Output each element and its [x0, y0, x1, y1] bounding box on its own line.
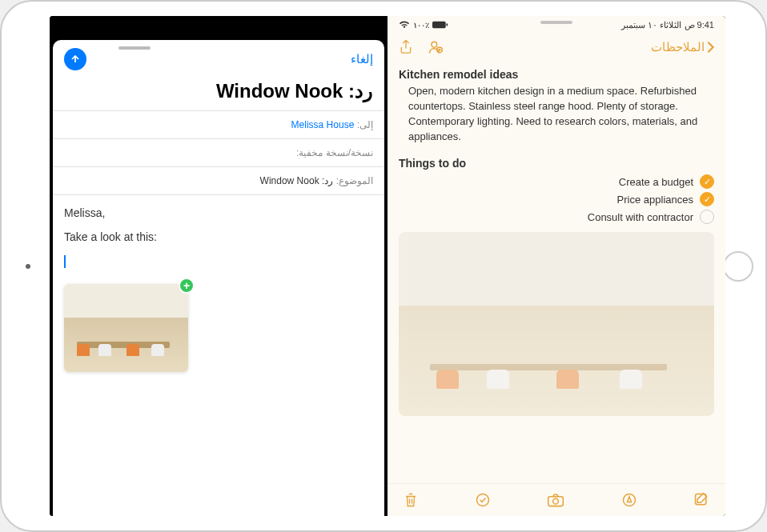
add-attachment-badge[interactable]: + — [179, 278, 195, 294]
camera-icon[interactable] — [547, 492, 564, 508]
delete-icon[interactable] — [404, 492, 418, 508]
notes-app-panel: 9:41 ص الثلاثاء ١٠ سبتمبر ١٠٠٪ — [388, 16, 725, 516]
screen: إلغاء رد: Window Nook إلى: Melissa House… — [50, 16, 725, 516]
status-time-date: 9:41 ص الثلاثاء ١٠ سبتمبر — [621, 20, 714, 30]
compose-sheet: إلغاء رد: Window Nook إلى: Melissa House… — [53, 40, 384, 516]
compose-body[interactable]: Melissa, Take a look at this: + — [53, 195, 384, 516]
subject-value: رد: Window Nook — [260, 175, 334, 186]
todo-label: Price appliances — [617, 194, 693, 206]
subject-field[interactable]: الموضوع: رد: Window Nook — [53, 166, 384, 195]
note-attached-image[interactable] — [399, 232, 714, 416]
status-bar: 9:41 ص الثلاثاء ١٠ سبتمبر ١٠٠٪ — [388, 16, 725, 34]
to-label: إلى: — [357, 119, 373, 130]
sheet-grabber[interactable] — [118, 46, 151, 50]
attachment-scene — [126, 344, 139, 363]
compose-icon[interactable] — [693, 492, 709, 508]
notes-bottom-toolbar — [388, 483, 725, 516]
svg-rect-0 — [432, 21, 446, 27]
note-title: Kitchen remodel ideas — [399, 68, 714, 81]
subject-label: الموضوع: — [336, 175, 373, 186]
body-line-1: Melissa, — [64, 206, 373, 219]
markup-icon[interactable] — [621, 492, 637, 508]
ipad-device-frame: إلغاء رد: Window Nook إلى: Melissa House… — [0, 0, 767, 532]
status-indicators: ١٠٠٪ — [399, 21, 448, 30]
to-recipient[interactable]: Melissa House — [291, 119, 355, 130]
compose-title: رد: Window Nook — [53, 75, 384, 110]
todo-item[interactable]: Consult with contractor — [399, 210, 714, 224]
checkbox-unchecked-icon[interactable] — [700, 210, 714, 224]
cc-bcc-field[interactable]: نسخة/نسخة مخفية: — [53, 138, 384, 166]
note-content-area[interactable]: Kitchen remodel ideas Open, modern kitch… — [388, 60, 725, 483]
notes-header-actions — [399, 39, 444, 55]
svg-point-6 — [553, 498, 559, 504]
note-body-text: Open, modern kitchen design in a medium … — [399, 84, 714, 144]
split-view-handle[interactable] — [540, 21, 572, 24]
room-scene — [399, 232, 714, 416]
svg-point-2 — [432, 42, 437, 47]
to-field[interactable]: إلى: Melissa House — [53, 110, 384, 138]
attachment-scene — [98, 344, 111, 363]
text-cursor — [64, 255, 66, 268]
attachment-scene — [151, 344, 164, 363]
share-icon[interactable] — [399, 39, 413, 55]
notes-nav-bar: الملاحظات — [388, 34, 725, 60]
checklist-icon[interactable] — [475, 492, 491, 508]
cc-bcc-label: نسخة/نسخة مخفية: — [296, 147, 373, 158]
battery-icon — [432, 21, 448, 30]
todo-item[interactable]: Create a budget ✓ — [399, 174, 714, 189]
todo-label: Consult with contractor — [588, 211, 693, 223]
todo-label: Create a budget — [619, 176, 693, 188]
send-button[interactable] — [64, 48, 86, 70]
svg-rect-1 — [447, 23, 448, 26]
todo-item[interactable]: Price appliances ✓ — [399, 192, 714, 206]
notes-back-button[interactable]: الملاحظات — [651, 40, 714, 54]
todo-section-title: Things to do — [399, 157, 714, 170]
wifi-icon — [399, 21, 410, 30]
cancel-button[interactable]: إلغاء — [351, 52, 373, 66]
image-attachment[interactable]: + — [64, 284, 188, 372]
front-camera — [26, 264, 30, 269]
battery-pct: ١٠٠٪ — [413, 21, 429, 30]
compose-top-bar: إلغاء — [53, 40, 384, 75]
home-button[interactable] — [723, 251, 753, 282]
checkbox-checked-icon[interactable]: ✓ — [700, 174, 714, 189]
collaborate-icon[interactable] — [428, 39, 444, 55]
notes-back-label: الملاحظات — [651, 40, 705, 54]
mail-app-panel: إلغاء رد: Window Nook إلى: Melissa House… — [50, 16, 388, 516]
arrow-up-icon — [70, 54, 81, 65]
checkbox-checked-icon[interactable]: ✓ — [700, 192, 714, 206]
body-line-2: Take a look at this: — [64, 230, 373, 243]
attachment-scene — [77, 344, 90, 363]
svg-point-4 — [476, 494, 488, 506]
chevron-right-icon — [706, 41, 714, 54]
